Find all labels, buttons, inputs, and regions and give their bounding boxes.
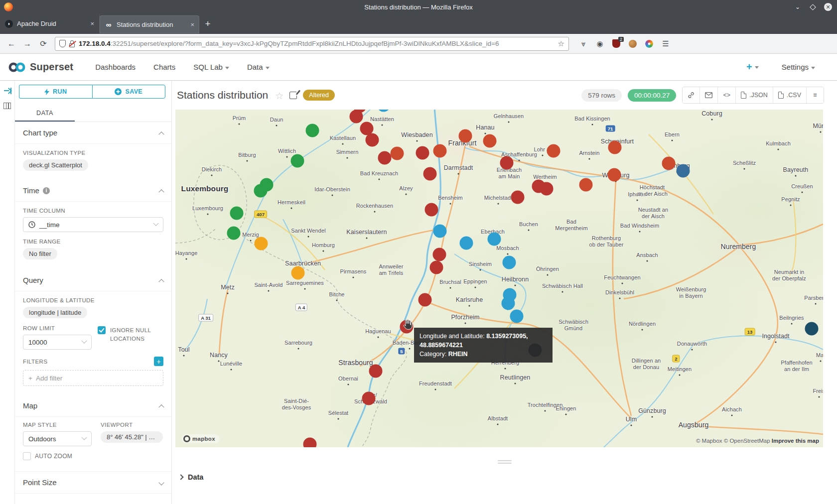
nav-charts[interactable]: Charts [144, 63, 184, 71]
data-panel-toggle[interactable]: Data [172, 465, 837, 481]
panel-resize-handle[interactable] [498, 460, 512, 464]
new-item-button[interactable]: + [746, 61, 759, 73]
nav-data[interactable]: Data [238, 63, 279, 71]
url-text[interactable]: 172.18.0.4:32251/superset/explore/?form_… [79, 40, 555, 47]
tracking-shield-icon[interactable] [59, 40, 66, 47]
scatter-point[interactable] [459, 129, 472, 143]
nav-sql-lab[interactable]: SQL Lab [184, 63, 238, 71]
viewport-value[interactable]: 8° 46' 45.28" | 49… [101, 431, 163, 443]
scatter-point[interactable] [483, 134, 497, 148]
window-minimize-icon[interactable]: ⌄ [794, 3, 801, 10]
scatter-point[interactable] [254, 184, 268, 198]
scatter-point[interactable] [255, 237, 268, 251]
scatter-point[interactable] [433, 144, 447, 158]
scatter-point[interactable] [423, 167, 437, 181]
scatter-point[interactable] [425, 203, 438, 217]
scatter-point[interactable] [391, 147, 404, 160]
scatter-point[interactable] [433, 225, 447, 238]
lonlat-value[interactable]: longitude | latitude [23, 307, 87, 318]
container-mask-icon[interactable]: ◉ [595, 39, 604, 48]
scatter-point[interactable] [662, 157, 676, 170]
scatter-point[interactable] [540, 182, 554, 196]
scatter-point[interactable] [291, 266, 305, 280]
scatter-point[interactable] [460, 237, 473, 250]
add-filter-box[interactable]: +Add filter [23, 370, 163, 386]
tab-data[interactable]: DATA [15, 105, 75, 122]
reload-button[interactable]: ⟳ [37, 37, 50, 50]
auto-zoom-checkbox[interactable] [23, 452, 31, 460]
viz-type-value[interactable]: deck.gl Scatterplot [23, 159, 88, 171]
scatter-point[interactable] [303, 438, 317, 448]
bookmark-star-icon[interactable]: ☆ [558, 39, 564, 48]
time-range-value[interactable]: No filter [23, 248, 57, 259]
chart-menu-button[interactable]: ≡ [807, 87, 824, 103]
scatter-point[interactable] [608, 168, 621, 182]
scatter-point[interactable] [291, 154, 304, 168]
nav-dashboards[interactable]: Dashboards [86, 63, 144, 71]
tab-close-icon[interactable]: × [90, 20, 94, 27]
section-chart-type[interactable]: Chart type [15, 122, 171, 144]
map-attribution[interactable]: © Mapbox © OpenStreetMap Improve this ma… [696, 438, 819, 444]
section-query[interactable]: Query [15, 269, 171, 291]
settings-menu[interactable]: Settings [773, 63, 824, 71]
scatter-point[interactable] [362, 392, 376, 405]
embed-code-button[interactable]: <> [718, 87, 736, 103]
scatter-point[interactable] [369, 365, 383, 378]
window-close-icon[interactable]: ✕ [824, 3, 832, 11]
map-canvas[interactable]: PrümDaunNastättenGelnhausenHanauBad Kiss… [175, 110, 823, 447]
scatter-point[interactable] [502, 297, 515, 310]
menu-hamburger-icon[interactable]: ☰ [661, 39, 670, 48]
section-time[interactable]: Timei [15, 180, 171, 202]
superset-logo[interactable]: Superset [8, 61, 73, 73]
edit-properties-icon[interactable] [289, 92, 297, 99]
scatter-point[interactable] [511, 191, 525, 204]
scatter-point[interactable] [677, 164, 690, 178]
scatter-point[interactable] [488, 233, 501, 246]
ublock-icon[interactable]: 2 [612, 39, 621, 48]
scatter-point[interactable] [430, 261, 443, 274]
export-csv-button[interactable]: .CSV [773, 87, 807, 103]
tab-apache-druid[interactable]: ◗ Apache Druid × [0, 14, 100, 33]
scatter-point[interactable] [416, 146, 429, 160]
email-share-button[interactable] [700, 87, 718, 103]
save-button[interactable]: SAVE [92, 85, 166, 99]
section-map[interactable]: Map [15, 395, 171, 417]
scatter-point[interactable] [306, 124, 319, 137]
tab-close-icon[interactable]: × [190, 21, 194, 28]
row-limit-select[interactable]: 10000 [23, 335, 92, 350]
scatter-point[interactable] [608, 141, 622, 154]
map-style-select[interactable]: Outdoors [23, 431, 92, 446]
scatter-point[interactable] [510, 310, 524, 323]
ignore-null-checkbox[interactable] [98, 326, 106, 334]
copy-link-button[interactable] [683, 87, 700, 103]
url-field[interactable]: 172.18.0.4:32251/superset/explore/?form_… [55, 37, 569, 51]
section-point-size[interactable]: Point Size [15, 471, 171, 494]
cookie-extension-icon[interactable] [628, 39, 637, 48]
collapse-panel-icon[interactable] [3, 87, 11, 95]
scatter-point[interactable] [500, 156, 514, 170]
time-column-select[interactable]: __time [23, 217, 163, 232]
back-button[interactable]: ← [5, 37, 18, 50]
scatter-point[interactable] [579, 178, 593, 192]
scatter-point[interactable] [418, 293, 432, 307]
scatter-point[interactable] [805, 322, 819, 336]
export-json-button[interactable]: .JSON [736, 87, 773, 103]
scatter-point[interactable] [503, 256, 516, 269]
favorite-star-icon[interactable]: ☆ [275, 90, 283, 102]
new-tab-button[interactable]: + [199, 14, 216, 33]
scatter-point[interactable] [227, 227, 241, 240]
pinwheel-extension-icon[interactable] [645, 39, 654, 48]
scatter-point[interactable] [366, 133, 379, 147]
tab-stations-distribution[interactable]: ∞ Stations distribution × [100, 15, 199, 33]
run-button[interactable]: RUN [19, 85, 92, 99]
pocket-icon[interactable]: ⩔ [579, 39, 588, 48]
mapbox-logo[interactable]: mapbox [181, 434, 220, 443]
scatter-point[interactable] [547, 144, 560, 158]
insecure-lock-icon[interactable] [69, 40, 75, 47]
scatter-point[interactable] [230, 207, 244, 220]
add-filter-plus-button[interactable]: + [154, 357, 163, 366]
dataset-grid-icon[interactable] [3, 103, 11, 109]
scatter-point[interactable] [378, 151, 392, 165]
window-maximize-icon[interactable] [810, 4, 816, 10]
forward-button[interactable]: → [21, 37, 34, 50]
